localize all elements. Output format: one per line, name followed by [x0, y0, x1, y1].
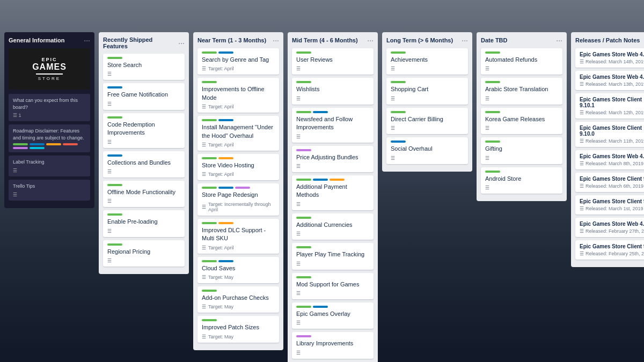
release-date: Released: March 1st, 2019 — [586, 206, 643, 211]
card-meta: ☰ — [296, 164, 369, 169]
release-card[interactable]: Epic Games Store Client 9.10.0☰Released:… — [575, 122, 644, 147]
card[interactable]: Free Game Notification☰ — [103, 83, 185, 109]
card-title: Wishlists — [296, 85, 369, 93]
orange-label — [218, 157, 233, 159]
card-title: Mod Support for Games — [296, 280, 369, 289]
green-label — [202, 157, 217, 159]
card-title: Improvements to Offline Mode — [202, 85, 275, 102]
column-releases: Releases / Patch Notes···Epic Games Stor… — [571, 32, 644, 267]
card[interactable]: Gifting☰ — [481, 137, 562, 164]
release-card[interactable]: Epic Games Store Client 9.10.1☰Released:… — [575, 93, 644, 119]
card[interactable]: Shopping Cart☰ — [386, 78, 468, 104]
card-labels — [485, 141, 558, 143]
card-text: Roadmap Disclaimer: Features and timing … — [13, 128, 86, 141]
card[interactable]: Enable Pre-loading☰ — [103, 210, 185, 237]
card[interactable]: Store Video Hosting☰Target: April — [197, 154, 279, 180]
release-icon: ☰ — [580, 82, 584, 87]
card[interactable]: Direct Carrier Billing☰ — [386, 108, 468, 134]
release-card[interactable]: Epic Games Store Client 9.9.1☰Released: … — [575, 195, 644, 215]
card-title: Gifting — [485, 145, 558, 153]
column-menu-button[interactable]: ··· — [178, 39, 185, 47]
column-menu-button[interactable]: ··· — [84, 36, 90, 44]
card[interactable]: Achievements☰ — [386, 48, 468, 75]
card-labels — [107, 116, 180, 119]
card[interactable]: Offline Mode Functionality☰ — [103, 181, 185, 207]
card-labels — [107, 184, 180, 186]
release-icon: ☰ — [580, 228, 584, 234]
column-menu-button[interactable]: ··· — [273, 36, 279, 44]
card[interactable]: Library Improvements☰ — [292, 332, 374, 358]
card[interactable]: Automated Refunds☰ — [481, 48, 562, 75]
card[interactable]: Cloud Saves☰Target: May — [197, 257, 279, 283]
green-label — [202, 222, 217, 224]
card[interactable]: Improved Patch Sizes☰Target: May — [197, 316, 279, 342]
card-meta-icon: ☰ — [296, 164, 301, 169]
release-icon: ☰ — [580, 161, 584, 166]
release-icon: ☰ — [580, 206, 584, 211]
general-info-card[interactable]: Trello Tips☰ — [9, 180, 90, 201]
card[interactable]: Store Search☰ — [103, 54, 185, 80]
epic-games-logo: EPIC GAMES STORE — [9, 48, 90, 90]
card[interactable]: Android Store☰ — [481, 167, 562, 194]
green-label — [485, 141, 500, 143]
card[interactable]: Store Page Redesign☰Target: Incrementall… — [197, 183, 279, 215]
card[interactable]: Code Redemption Improvements☰ — [103, 113, 185, 148]
column-date-tbd: Date TBD···Automated Refunds☰Arabic Stor… — [477, 32, 567, 201]
release-card[interactable]: Epic Games Store Client 9.9.0☰Released: … — [575, 240, 644, 260]
card[interactable]: Additional Payment Methods☰ — [292, 175, 374, 210]
general-info-card[interactable]: What can you expect from this board?☰ 1 — [9, 94, 90, 121]
general-info-card[interactable]: Roadmap Disclaimer: Features and timing … — [9, 124, 90, 152]
card[interactable]: Korea Game Releases☰ — [481, 108, 562, 134]
card-meta-icon: ☰ — [107, 101, 112, 107]
card-labels — [296, 246, 369, 248]
column-menu-button[interactable]: ··· — [556, 36, 562, 44]
column-menu-button[interactable]: ··· — [462, 36, 468, 44]
card[interactable]: Add-on Purchase Checks☰Target: May — [197, 286, 279, 313]
release-card[interactable]: Epic Games Store Web 4.11.0☰Released: Fe… — [575, 218, 644, 237]
games-text: GAMES — [32, 62, 67, 72]
card-title: Player Play Time Tracking — [296, 250, 369, 258]
card[interactable]: Social Overhaul☰ — [386, 137, 468, 164]
release-card[interactable]: Epic Games Store Web 4.13.0☰Released: Ma… — [575, 71, 644, 90]
card-meta-icon: ☰ — [202, 104, 206, 109]
release-title: Epic Games Store Client 9.10.1 — [580, 97, 644, 108]
release-card[interactable]: Epic Games Store Client 9.9.2☰Released: … — [575, 173, 644, 192]
card-title: Epic Games Overlay — [296, 310, 369, 318]
card[interactable]: Additional Currencies☰ — [292, 213, 374, 240]
card[interactable]: Collections and Bundles☰ — [103, 151, 185, 178]
card[interactable]: Search by Genre and Tag☰Target: April — [197, 48, 279, 75]
card[interactable]: Player Play Time Tracking☰ — [292, 243, 374, 269]
card[interactable]: Newsfeed and Follow Improvements☰ — [292, 108, 374, 143]
card-meta-icon: ☰ — [296, 350, 301, 356]
card-meta-icon: ☰ — [202, 245, 206, 250]
card[interactable]: Epic Games Overlay☰ — [292, 302, 374, 329]
card-labels — [391, 111, 464, 113]
card[interactable]: User Reviews☰ — [292, 48, 374, 75]
blue-label — [313, 179, 328, 181]
card-meta-icon: ☰ — [202, 334, 206, 339]
card-meta-icon: ☰ — [107, 258, 112, 263]
release-card[interactable]: Epic Games Store Web 4.14.0☰Released: Ma… — [575, 48, 644, 68]
card-meta-icon: ☰ — [391, 125, 395, 131]
card[interactable]: Install Management "Under the Hood" Over… — [197, 116, 279, 151]
card[interactable]: Improvements to Offline Mode☰Target: Apr… — [197, 78, 279, 113]
release-card[interactable]: Epic Games Store Web 4.12.0☰Released: Ma… — [575, 150, 644, 169]
column-menu-button[interactable]: ··· — [367, 36, 374, 44]
blue-label — [218, 119, 233, 121]
card[interactable]: Regional Pricing☰ — [103, 240, 185, 267]
green-label — [485, 81, 500, 83]
general-info-card[interactable]: Label Tracking☰ — [9, 156, 90, 176]
card[interactable]: Improved DLC Support - Multi SKU☰Target:… — [197, 219, 279, 254]
card-meta: ☰Target: April — [202, 66, 275, 71]
card[interactable]: Arabic Store Translation☰ — [481, 78, 562, 104]
card-meta: ☰ — [391, 125, 464, 131]
card[interactable]: Wishlists☰ — [292, 78, 374, 104]
column-title: Near Term (1 - 3 Months) — [197, 37, 266, 43]
card-meta-icon: ☰ — [391, 66, 395, 71]
card[interactable]: Mod Support for Games☰ — [292, 273, 374, 299]
card-title: Additional Currencies — [296, 221, 369, 229]
column-header: Recently Shipped Features··· — [103, 36, 185, 49]
card-labels — [296, 335, 369, 337]
card[interactable]: Price Adjusting Bundles☰ — [292, 146, 374, 172]
release-meta: ☰Released: March 13th, 2019 — [580, 82, 644, 87]
